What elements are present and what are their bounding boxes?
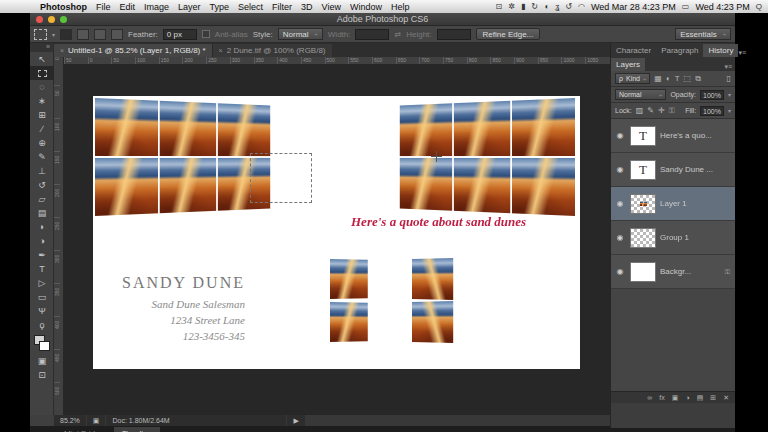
tab-character[interactable]: Character <box>611 44 656 57</box>
layer-row-sandy-dune[interactable]: ◉ T Sandy Dune ... <box>611 153 735 187</box>
spotlight-icon[interactable]: Q <box>756 2 762 11</box>
tab-mini-bridge[interactable]: Mini Bridge <box>56 427 112 432</box>
eyedropper-tool[interactable]: ∕ <box>30 122 54 136</box>
tab-timeline[interactable]: Timeline <box>114 427 160 432</box>
lock-position-icon[interactable]: ✛ <box>658 106 665 115</box>
keyboard-icon[interactable]: ✲ <box>508 2 515 11</box>
filter-pixel-layers-icon[interactable]: ▦ <box>654 74 662 83</box>
adjustment-layer-icon[interactable]: ◑ <box>685 394 689 401</box>
filter-toggle-icon[interactable]: ▯ <box>727 74 731 83</box>
menu-edit[interactable]: Edit <box>120 2 136 12</box>
chevron-down-icon[interactable]: ▾ <box>728 107 731 114</box>
dune-montage-right[interactable] <box>400 98 575 216</box>
bluetooth-icon[interactable]: ʓ <box>555 2 559 11</box>
layer-mask-icon[interactable]: ▣ <box>672 394 679 402</box>
magic-wand-tool[interactable]: ∗ <box>30 94 54 108</box>
refine-edge-button[interactable]: Refine Edge... <box>476 28 541 40</box>
tool-preset-chevron-icon[interactable]: ▾ <box>52 31 55 38</box>
dune-mirror-graphic[interactable] <box>330 259 412 343</box>
tab-paragraph[interactable]: Paragraph <box>656 44 703 57</box>
zoom-tool[interactable]: ϙ <box>30 318 54 332</box>
visibility-eye-icon[interactable]: ◉ <box>614 165 626 174</box>
dodge-tool[interactable]: ◑ <box>30 234 54 248</box>
business-card-document[interactable]: Here's a quote about sand dunes SANDY DU… <box>93 96 580 369</box>
style-dropdown[interactable]: Normal ÷ <box>278 28 323 40</box>
volume-icon[interactable]: ◖ <box>544 2 549 11</box>
display-icon[interactable]: ⊡ <box>496 2 503 11</box>
link-layers-icon[interactable]: ∞ <box>647 394 652 401</box>
menu-filter[interactable]: Filter <box>272 2 292 12</box>
menu-3d[interactable]: 3D <box>301 2 313 12</box>
pen-tool[interactable]: ✒ <box>30 248 54 262</box>
panel-menu-icon[interactable]: ▾≡ <box>724 63 735 71</box>
workspace-dropdown[interactable]: Essentials ÷ <box>675 28 731 40</box>
close-icon[interactable]: × <box>60 47 64 54</box>
quick-mask-button[interactable]: ▣ <box>30 354 54 368</box>
new-layer-icon[interactable]: ⊞ <box>710 394 716 402</box>
status-icon[interactable]: ▣ <box>87 415 106 426</box>
menu-photoshop[interactable]: Photoshop <box>40 2 87 12</box>
layer-thumbnail-image[interactable] <box>630 194 656 214</box>
title-bar[interactable]: Adobe Photoshop CS6 <box>30 13 735 26</box>
layer-thumbnail-text[interactable]: T <box>630 160 656 180</box>
visibility-eye-icon[interactable]: ◉ <box>614 131 626 140</box>
screen-mode-button[interactable]: ⊡ <box>30 368 54 382</box>
close-window-button[interactable] <box>36 16 43 23</box>
visibility-eye-icon[interactable]: ◉ <box>614 199 626 208</box>
zoom-window-button[interactable] <box>60 16 67 23</box>
menu-type[interactable]: Type <box>210 2 230 12</box>
layer-thumbnail-white[interactable] <box>630 262 656 282</box>
link-dimensions-icon[interactable]: ⇄ <box>394 30 401 39</box>
menu-help[interactable]: Help <box>391 2 410 12</box>
lock-pixels-icon[interactable]: ✎ <box>647 106 654 115</box>
menu-clock-2[interactable]: Wed 4:23 PM <box>695 2 749 12</box>
healing-brush-tool[interactable]: ⊕ <box>30 136 54 150</box>
canvas-area[interactable]: Here's a quote about sand dunes SANDY DU… <box>64 65 610 415</box>
filter-type-layers-icon[interactable]: T <box>675 74 680 83</box>
marquee-selection[interactable] <box>250 153 312 203</box>
layer-row-layer1[interactable]: ◉ Layer 1 <box>611 187 735 221</box>
antialias-checkbox[interactable] <box>202 30 210 38</box>
crop-tool[interactable]: ⊞ <box>30 108 54 122</box>
status-menu-arrow-icon[interactable]: ▶ <box>287 415 304 426</box>
blend-mode-dropdown[interactable]: Normal ÷ <box>615 89 666 100</box>
battery-icon[interactable]: ▮ <box>521 2 525 11</box>
opacity-field[interactable]: 100% <box>700 90 724 100</box>
collapse-dock-icon[interactable]: » <box>30 43 53 52</box>
menu-clock[interactable]: Wed Mar 28 4:23 PM <box>591 2 676 12</box>
clone-stamp-tool[interactable]: ⊥ <box>30 164 54 178</box>
lasso-tool[interactable]: ◌ <box>30 80 54 94</box>
shape-tool[interactable]: ▭ <box>30 290 54 304</box>
quote-text[interactable]: Here's a quote about sand dunes <box>351 214 579 230</box>
filter-kind-dropdown[interactable]: ρ Kind ÷ <box>615 73 650 84</box>
background-color-swatch[interactable] <box>39 341 50 351</box>
gradient-tool[interactable]: ▤ <box>30 206 54 220</box>
marquee-tool[interactable] <box>30 66 54 80</box>
delete-layer-icon[interactable]: ✕ <box>723 394 729 402</box>
menu-select[interactable]: Select <box>238 2 263 12</box>
filter-shape-layers-icon[interactable]: ⬚ <box>684 74 692 83</box>
menu-file[interactable]: File <box>96 2 111 12</box>
height-input[interactable] <box>437 29 471 40</box>
move-tool[interactable]: ↖ <box>30 52 54 66</box>
fill-field[interactable]: 100% <box>700 106 724 116</box>
menu-view[interactable]: View <box>322 2 341 12</box>
wifi-icon[interactable]: ◠ <box>578 2 585 11</box>
lock-all-icon[interactable]: ⚿ <box>669 106 675 116</box>
doc-tab-dune[interactable]: × 2 Dune.tif @ 100% (RGB/8) <box>212 44 332 57</box>
layer-row-quote[interactable]: ◉ T Here's a quo... <box>611 119 735 153</box>
dune-montage-left[interactable] <box>95 98 270 216</box>
layer-row-group1[interactable]: ◉ Group 1 <box>611 221 735 255</box>
width-input[interactable] <box>355 29 389 40</box>
filter-smart-objects-icon[interactable]: ⧉ <box>695 74 701 84</box>
timemachine-icon[interactable]: ↻ <box>531 2 538 11</box>
doc-tab-untitled[interactable]: × Untitled-1 @ 85.2% (Layer 1, RGB/8) * <box>54 44 212 57</box>
sync-icon[interactable]: ↺ <box>565 2 572 11</box>
chevron-down-icon[interactable]: ▾ <box>728 91 731 98</box>
layer-row-background[interactable]: ◉ Backgr... ⚿ <box>611 255 735 289</box>
history-brush-tool[interactable]: ↺ <box>30 178 54 192</box>
tab-history[interactable]: History <box>703 44 738 57</box>
path-selection-tool[interactable]: ▷ <box>30 276 54 290</box>
feather-input[interactable] <box>163 29 197 40</box>
layer-thumbnail-text[interactable]: T <box>630 126 656 146</box>
